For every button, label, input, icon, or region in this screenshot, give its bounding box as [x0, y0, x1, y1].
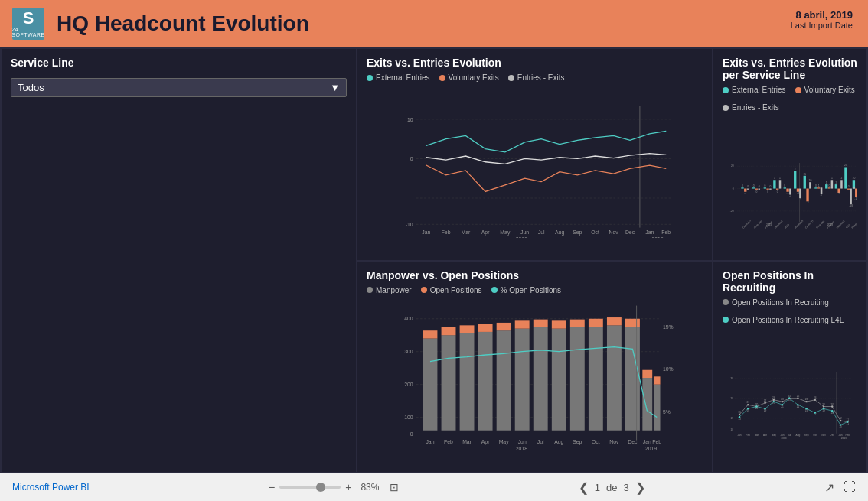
svg-text:13: 13: [738, 417, 741, 420]
chart1-svg: 10 0 -10 Jan Feb Mar Apr May Jun Jul Aug…: [367, 86, 703, 238]
logo-box: S 24 SOFTWARE: [12, 8, 44, 40]
svg-text:15%: 15%: [663, 324, 674, 329]
svg-rect-131: [442, 327, 456, 334]
svg-rect-152: [642, 378, 652, 431]
svg-rect-136: [497, 330, 511, 431]
svg-text:Apr: Apr: [481, 229, 490, 236]
svg-text:2018: 2018: [516, 236, 527, 238]
logo-s-letter: S: [23, 10, 34, 27]
chart2-svg: 20 0 -20 Central IT Corp Dev Finance Hel…: [723, 116, 857, 260]
svg-point-208: [739, 413, 740, 415]
svg-text:-5: -5: [807, 201, 809, 204]
powerbi-link[interactable]: Microsoft Power BI: [12, 482, 90, 493]
svg-text:0: 0: [815, 184, 817, 187]
svg-text:0: 0: [759, 185, 760, 188]
svg-point-233: [831, 409, 833, 411]
svg-rect-69: [747, 189, 749, 190]
logo-container: S 24 SOFTWARE: [12, 8, 44, 40]
fit-screen-icon[interactable]: ⊡: [390, 481, 399, 493]
svg-text:0: 0: [410, 431, 413, 436]
svg-text:May: May: [500, 229, 511, 236]
legend5-label-open: Open Positions In Recruiting: [732, 298, 829, 307]
svg-text:0: 0: [755, 190, 757, 194]
svg-rect-73: [769, 189, 772, 190]
share-icon[interactable]: ↗: [824, 480, 834, 495]
footer-actions: ↗ ⛶: [824, 480, 856, 495]
svg-rect-155: [654, 376, 661, 384]
svg-point-218: [823, 405, 824, 407]
zoom-control: − + 83% ⊡: [269, 481, 399, 493]
svg-rect-77: [789, 189, 791, 195]
svg-rect-147: [589, 318, 603, 326]
svg-text:-3: -3: [797, 191, 799, 194]
svg-rect-137: [497, 322, 511, 330]
svg-text:20: 20: [731, 164, 734, 168]
legend2-item-1: External Entries: [723, 86, 786, 94]
svg-text:18: 18: [830, 411, 834, 414]
svg-rect-142: [552, 328, 566, 430]
svg-rect-135: [478, 324, 493, 331]
zoom-thumb[interactable]: [316, 483, 325, 492]
service-line-dropdown[interactable]: Todos ▼: [11, 78, 347, 97]
svg-text:10: 10: [730, 428, 733, 431]
prev-page-button[interactable]: ❮: [579, 480, 589, 495]
dropdown-value: Todos: [18, 82, 44, 93]
svg-text:Aug: Aug: [796, 433, 801, 436]
svg-rect-45: [741, 187, 743, 188]
svg-text:2019: 2019: [766, 223, 772, 226]
svg-text:200: 200: [404, 382, 413, 387]
svg-rect-79: [799, 189, 801, 199]
svg-text:Feb: Feb: [746, 433, 750, 436]
svg-text:Jul: Jul: [538, 229, 545, 235]
svg-text:-1: -1: [789, 194, 791, 197]
expand-icon[interactable]: ⛶: [844, 480, 856, 494]
svg-text:Nov: Nov: [821, 433, 826, 436]
svg-rect-148: [607, 325, 622, 430]
svg-text:19: 19: [805, 408, 808, 412]
svg-text:5: 5: [838, 192, 840, 195]
svg-text:0: 0: [767, 190, 768, 194]
svg-text:Jan: Jan: [737, 433, 741, 436]
svg-text:1: 1: [774, 177, 775, 180]
svg-point-232: [823, 408, 824, 409]
legend-dot-voluntary: [439, 75, 445, 81]
svg-text:1: 1: [831, 177, 833, 180]
legend2-dot-voluntary: [795, 87, 801, 93]
svg-text:0: 0: [829, 184, 830, 187]
zoom-minus-icon[interactable]: −: [269, 481, 275, 493]
svg-rect-146: [589, 327, 603, 431]
svg-rect-115: [853, 187, 856, 188]
panel2-legend: External Entries Voluntary Exits Entries…: [723, 86, 857, 112]
svg-text:Jun: Jun: [780, 433, 784, 436]
svg-text:-1: -1: [787, 191, 789, 194]
zoom-plus-icon[interactable]: +: [345, 481, 351, 493]
svg-text:-1: -1: [744, 191, 746, 194]
chart5-svg: 30 20 15 10 16 21 20 22 24 23 25 25 23 2…: [723, 329, 857, 473]
legend5-item-2: Open Positions In Recruiting L4L: [723, 316, 844, 324]
svg-text:Jan: Jan: [645, 229, 654, 235]
svg-point-226: [773, 400, 775, 402]
next-page-button[interactable]: ❯: [635, 480, 645, 495]
svg-text:R&D: R&D: [784, 223, 790, 229]
svg-text:21: 21: [781, 405, 784, 408]
svg-rect-95: [817, 187, 820, 188]
legend-dot-external: [367, 75, 373, 81]
panel4-legend: Manpower Open Positions % Open Positions: [367, 286, 703, 294]
svg-point-231: [814, 412, 816, 413]
svg-text:Jan: Jan: [422, 229, 430, 235]
legend4-label-open: Open Positions: [430, 286, 482, 294]
svg-text:Research: Research: [794, 220, 804, 229]
svg-text:1: 1: [818, 184, 820, 187]
svg-point-235: [847, 421, 848, 422]
svg-text:Jul: Jul: [788, 433, 791, 436]
svg-text:15: 15: [730, 416, 733, 419]
svg-text:Sep: Sep: [573, 229, 582, 236]
svg-rect-49: [764, 187, 766, 188]
svg-text:-10: -10: [854, 197, 857, 200]
page-separator: de: [606, 482, 617, 493]
svg-rect-47: [752, 187, 755, 188]
zoom-slider[interactable]: [279, 486, 341, 489]
svg-text:1: 1: [779, 177, 781, 180]
legend2-dot-entries-exits: [723, 105, 729, 111]
svg-text:Sep: Sep: [804, 433, 809, 436]
